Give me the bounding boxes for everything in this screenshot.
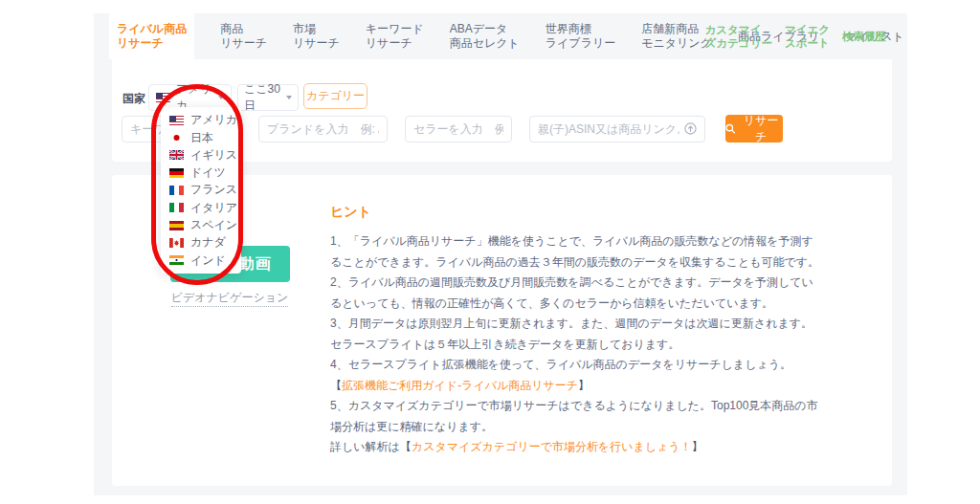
date-range-select[interactable]: ここ30日 — [237, 84, 299, 111]
country-option-label: フランス — [190, 182, 237, 198]
video-navigation-wrap: ビデオナビゲーション — [144, 288, 316, 306]
country-option-label: イタリア — [190, 200, 237, 216]
category-button[interactable]: カテゴリー — [303, 83, 368, 109]
us-flag-icon — [169, 116, 184, 125]
country-option-label: スペイン — [190, 217, 237, 233]
link-search-history[interactable]: 検索履歴 — [842, 13, 886, 59]
link-label: マイエク — [785, 23, 830, 36]
hint-line: 1、「ライバル商品リサーチ」機能を使うことで、ライバル商品の販売数などの情報を予… — [330, 231, 819, 252]
tab-label: リサーチ — [366, 36, 424, 51]
fr-flag-icon — [169, 186, 184, 195]
brand-input[interactable] — [258, 116, 388, 142]
top-nav: ライバル商品 リサーチ 商品 リサーチ 市場 リサーチ キーワード リサーチ A… — [94, 13, 907, 59]
link-customize-category[interactable]: カスタマイ ズカテゴリー — [705, 13, 772, 59]
tab-aba-data-select[interactable]: ABAデータ 商品セレクト — [450, 13, 520, 59]
country-label: 国家 — [122, 91, 145, 107]
country-option-germany[interactable]: ドイツ — [161, 164, 241, 181]
date-range-value: ここ30日 — [244, 81, 281, 114]
hints-title: ヒント — [330, 204, 819, 221]
tab-label: ライブラリー — [546, 36, 615, 51]
hint-line: 4、セラースプライト拡張機能を使って、ライバル商品のデータをリサーチしましょう。 — [330, 355, 819, 376]
bracket: 【 — [400, 440, 412, 453]
es-flag-icon — [169, 221, 184, 230]
ca-flag-icon — [169, 238, 184, 248]
bracket: 】 — [692, 440, 703, 453]
tab-label: 商品 — [220, 22, 267, 36]
hint-line: るといっても、情報の正確性が高くて、多くのセラーから信頼をいただいています。 — [330, 294, 819, 315]
country-option-usa[interactable]: アメリカ — [161, 112, 241, 128]
tab-label: 市場 — [293, 22, 340, 36]
chevron-down-icon — [218, 96, 224, 99]
us-flag-icon — [156, 93, 170, 102]
tab-store-new-product-monitoring[interactable]: 店舗新商品 モニタリング — [641, 13, 712, 59]
country-option-label: アメリカ — [190, 112, 237, 128]
hints-section: ヒント 1、「ライバル商品リサーチ」機能を使うことで、ライバル商品の販売数などの… — [330, 204, 819, 458]
country-option-label: イギリス — [190, 147, 237, 164]
country-option-india[interactable]: インド — [161, 252, 241, 269]
country-option-france[interactable]: フランス — [161, 182, 241, 198]
link-label: ズカテゴリー — [705, 36, 772, 50]
country-option-uk[interactable]: イギリス — [161, 147, 241, 164]
country-option-label: 日本 — [190, 130, 213, 146]
search-icon — [725, 123, 735, 134]
link-my-export[interactable]: マイエク スポート — [785, 13, 830, 59]
tab-rival-product-research[interactable]: ライバル商品 リサーチ — [109, 13, 194, 59]
link-label: 検索履歴 — [842, 30, 886, 43]
asin-input[interactable] — [529, 116, 705, 142]
country-option-italy[interactable]: イタリア — [161, 200, 241, 216]
in-flag-icon — [169, 255, 184, 265]
tab-keyword-research[interactable]: キーワード リサーチ — [366, 13, 424, 59]
country-option-label: ドイツ — [190, 164, 226, 181]
tab-world-trademark-library[interactable]: 世界商標 ライブラリー — [546, 13, 615, 59]
tab-label: リサーチ — [220, 36, 267, 51]
tab-product-research[interactable]: 商品 リサーチ — [220, 13, 267, 59]
hint-link-prefix: 詳しい解析は — [330, 440, 400, 453]
tab-label: 商品セレクト — [450, 36, 520, 51]
tab-label: リサーチ — [117, 36, 187, 51]
hint-line: ることができます。ライバル商品の過去３年間の販売数のデータを収集することも可能で… — [330, 252, 819, 274]
country-option-canada[interactable]: カナダ — [161, 234, 241, 251]
country-option-label: カナダ — [190, 234, 226, 251]
tab-label: 世界商標 — [546, 22, 615, 36]
country-dropdown: アメリカ 日本 イギリス ドイツ フランス イタリア スペイン カナダ — [161, 107, 241, 274]
hint-line: 3、月間データは原則翌月上旬に更新されます。また、週間のデータは次週に更新されま… — [330, 314, 819, 335]
tab-label: リサーチ — [293, 36, 340, 51]
upload-icon[interactable] — [684, 122, 697, 135]
market-analysis-link[interactable]: カスタマイズカテゴリーで市場分析を行いましょう！ — [412, 440, 692, 453]
hint-line: 5、カスタマイズカテゴリーで市場リサーチはできるようになりました。Top100見… — [330, 396, 819, 417]
hint-line: 2、ライバル商品の週間販売数及び月間販売数を調べることができます。データを予測し… — [330, 273, 819, 294]
app-page: ライバル商品 リサーチ 商品 リサーチ 市場 リサーチ キーワード リサーチ A… — [94, 13, 907, 495]
seller-input[interactable] — [405, 116, 512, 142]
de-flag-icon — [169, 168, 184, 178]
country-option-japan[interactable]: 日本 — [161, 130, 241, 146]
country-option-spain[interactable]: スペイン — [161, 217, 241, 233]
jp-flag-icon — [169, 133, 184, 142]
extension-guide-link[interactable]: 拡張機能ご利用ガイド-ライバル商品リサーチ — [342, 379, 578, 392]
tab-label: モニタリング — [641, 36, 712, 51]
chevron-down-icon — [286, 96, 292, 99]
tab-market-research[interactable]: 市場 リサーチ — [293, 13, 340, 59]
research-button-label: リサーチ — [739, 113, 783, 145]
hint-link-market-analysis: 詳しい解析は【カスタマイズカテゴリーで市場分析を行いましょう！】 — [330, 437, 819, 458]
tab-label: ライバル商品 — [117, 22, 187, 36]
hint-link-extension-guide: 【拡張機能ご利用ガイド-ライバル商品リサーチ】 — [330, 376, 819, 397]
bracket: 【 — [330, 379, 342, 392]
link-label: スポート — [785, 36, 830, 50]
gb-flag-icon — [169, 150, 184, 160]
hint-line: 場分析は更に精確になります。 — [330, 417, 819, 438]
research-button[interactable]: リサーチ — [725, 115, 783, 142]
tab-label: ABAデータ — [450, 22, 520, 36]
hint-line: セラースプライトは５年以上引き続きデータを更新しております。 — [330, 335, 819, 356]
bracket: 】 — [578, 379, 590, 392]
link-label: カスタマイ — [705, 23, 772, 36]
nav-links: カスタマイ ズカテゴリー マイエク スポート 検索履歴 — [705, 13, 886, 59]
tab-label: 店舗新商品 — [641, 22, 712, 36]
tab-label: キーワード — [366, 22, 424, 36]
it-flag-icon — [169, 203, 184, 212]
country-option-label: インド — [190, 252, 226, 269]
video-navigation-link[interactable]: ビデオナビゲーション — [171, 291, 289, 307]
